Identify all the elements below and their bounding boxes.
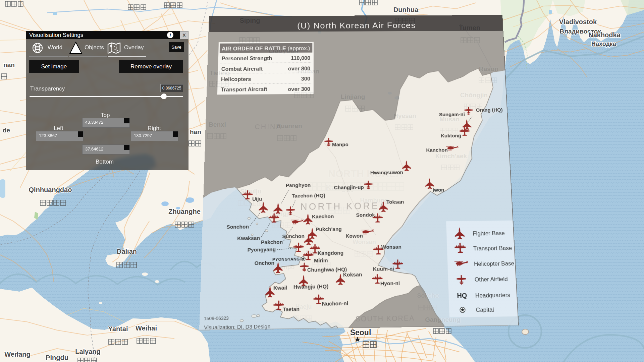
svg-text:Weihai: Weihai xyxy=(136,324,157,332)
svg-text:Manpo: Manpo xyxy=(332,142,348,147)
svg-text:(U) North Korean Air Forces: (U) North Korean Air Forces xyxy=(297,21,416,30)
svg-text:Toksan: Toksan xyxy=(386,199,404,205)
svg-text:Kaechon: Kaechon xyxy=(312,213,334,219)
svg-text:CHINA: CHINA xyxy=(255,123,282,130)
svg-text:NORTH KOREA: NORTH KOREA xyxy=(300,201,387,212)
svg-text:Panghyon: Panghyon xyxy=(286,182,311,188)
svg-text:Vladivostok: Vladivostok xyxy=(559,18,597,25)
svg-text:Wonsan: Wonsan xyxy=(381,244,401,250)
svg-text:Pyongyang: Pyongyang xyxy=(247,247,276,253)
svg-text:Kangdong: Kangdong xyxy=(318,250,343,256)
svg-text:Personnel Strength: Personnel Strength xyxy=(221,55,272,61)
svg-text:SOUTH KOREA: SOUTH KOREA xyxy=(356,314,415,323)
svg-text:HQ: HQ xyxy=(457,292,467,299)
svg-text:Transport Base: Transport Base xyxy=(473,245,512,251)
svg-text:Kowon: Kowon xyxy=(345,233,363,239)
svg-text:Orang (HQ): Orang (HQ) xyxy=(476,107,503,113)
svg-text:over 300: over 300 xyxy=(288,86,310,92)
svg-text:Dunhua: Dunhua xyxy=(393,6,419,13)
svg-text:Nakhodka: Nakhodka xyxy=(588,31,621,39)
svg-text:Sungam-ni: Sungam-ni xyxy=(439,112,465,117)
svg-text:Helicopters: Helicopters xyxy=(221,76,251,82)
svg-text:Taechon (HQ): Taechon (HQ) xyxy=(292,193,325,199)
svg-text:Находка: Находка xyxy=(591,41,616,47)
svg-text:han: han xyxy=(190,128,201,135)
svg-text:Kanchon: Kanchon xyxy=(426,147,448,153)
svg-text:Pakchon: Pakchon xyxy=(261,239,283,245)
svg-text:Hwangsuwon: Hwangsuwon xyxy=(370,169,403,175)
svg-text:Onchon: Onchon xyxy=(254,260,274,266)
svg-text:Iwon: Iwon xyxy=(433,187,444,193)
svg-text:Sunchon: Sunchon xyxy=(282,233,305,239)
svg-text:Changjin-up: Changjin-up xyxy=(334,184,364,190)
svg-text:de: de xyxy=(3,127,10,134)
svg-text:PYONGYANG: PYONGYANG xyxy=(272,257,300,261)
svg-text:Qinhuangdao: Qinhuangdao xyxy=(29,186,72,193)
svg-text:over 800: over 800 xyxy=(288,66,311,71)
svg-text:Transport Aircraft: Transport Aircraft xyxy=(221,86,268,93)
svg-text:Kuktong: Kuktong xyxy=(441,133,461,139)
svg-text:Mirim: Mirim xyxy=(314,257,328,263)
svg-text:Seoul: Seoul xyxy=(350,328,371,337)
svg-text:Nuchon-ni: Nuchon-ni xyxy=(322,300,348,307)
svg-text:AIR ORDER OF BATTLE (approx.): AIR ORDER OF BATTLE (approx.) xyxy=(222,45,310,51)
svg-text:Fighter Base: Fighter Base xyxy=(473,230,505,236)
svg-text:300: 300 xyxy=(301,76,311,81)
svg-text:Sonchon: Sonchon xyxy=(226,224,249,230)
svg-text:Zhuanghe: Zhuanghe xyxy=(168,208,201,215)
svg-text:Other Airfield: Other Airfield xyxy=(475,276,508,283)
svg-text:Capital: Capital xyxy=(476,306,494,313)
svg-text:Koksan: Koksan xyxy=(343,272,362,278)
svg-text:Kwail: Kwail xyxy=(273,285,287,291)
svg-text:Helicopter Base: Helicopter Base xyxy=(474,260,515,267)
svg-text:Pingdu: Pingdu xyxy=(46,354,68,361)
svg-text:Pukch'ang: Pukch'ang xyxy=(316,226,342,232)
svg-text:Weifang: Weifang xyxy=(4,351,30,358)
svg-text:Laiyang: Laiyang xyxy=(75,348,101,355)
svg-text:Dalian: Dalian xyxy=(117,248,137,255)
svg-text:Chunghwa (HQ): Chunghwa (HQ) xyxy=(307,266,347,273)
svg-text:Uiju: Uiju xyxy=(252,196,262,202)
svg-text:Hyon-ni: Hyon-ni xyxy=(380,280,400,287)
svg-text:nan: nan xyxy=(3,61,15,68)
svg-text:Combat Aircraft: Combat Aircraft xyxy=(221,66,263,72)
svg-text:1509-06323: 1509-06323 xyxy=(204,315,229,321)
svg-text:Sondok: Sondok xyxy=(356,212,375,218)
svg-text:110,000: 110,000 xyxy=(291,55,310,61)
svg-text:Kwaksan: Kwaksan xyxy=(237,235,260,241)
svg-text:Hwangju (HQ): Hwangju (HQ) xyxy=(293,283,328,290)
svg-text:Yantai: Yantai xyxy=(108,325,128,333)
svg-text:Taetan: Taetan xyxy=(283,306,300,313)
svg-text:Headquarters: Headquarters xyxy=(475,292,511,299)
svg-text:Kuum-ni: Kuum-ni xyxy=(373,266,394,272)
